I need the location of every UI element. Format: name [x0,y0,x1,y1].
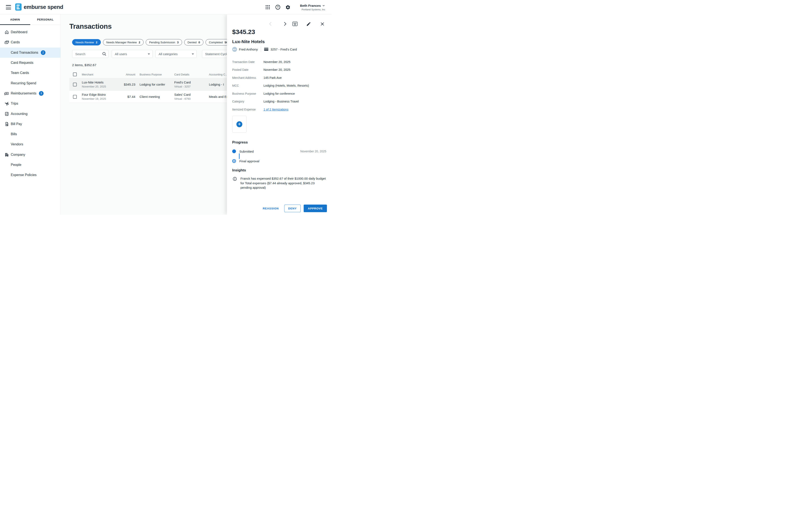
plus-icon [238,123,241,125]
page-title: Transactions [69,22,112,30]
filter-bar: All users All categories Statement Cycle [72,50,247,58]
sidebar-item-trips[interactable]: Trips [0,99,60,109]
chevron-down-icon [322,4,325,7]
close-icon [320,22,324,26]
card-transactions-badge: 2 [41,50,45,55]
sidebar-item-vendors[interactable]: Vendors [0,139,60,149]
select-all-checkbox[interactable] [73,73,77,76]
sidebar-item-team-cards[interactable]: Team Cards [0,68,60,78]
sidebar-item-bills[interactable]: Bills [0,129,60,139]
avatar: MA [232,47,237,52]
transaction-detail-panel: $345.23 Lux-Nite Hotels MA Fred Anthony … [227,14,332,215]
caret-down-icon [192,54,194,55]
calculator-icon: $ [4,111,9,117]
chevron-left-icon [268,21,273,26]
step-current-icon [232,159,236,163]
user-name: Beth Frances [300,4,321,7]
chip-denied[interactable]: Denied0 [184,39,203,45]
progress-connector [239,153,240,159]
sidebar-item-bill-pay[interactable]: $ Bill Pay [0,119,60,129]
approve-button[interactable]: APPROVE [304,205,327,212]
cardholder-name: Fred Anthony [239,47,258,51]
app-title: emburse spend [24,4,63,10]
sidebar-item-dashboard[interactable]: Dashboard [0,27,60,37]
chip-needs-review[interactable]: Needs Review2 [72,39,101,45]
progress-step-final-approval: Final approval [232,159,326,163]
progress-step-submitted: Submitted November 20, 2025 [232,149,326,153]
add-receipt-button[interactable] [236,121,242,127]
chevron-right-icon [282,21,288,26]
status-filter-chips: Needs Review2 Needs Manager Review2 Pend… [72,39,240,45]
pencil-icon [306,21,311,26]
svg-text:?: ? [277,6,279,9]
field-merchant-address: Merchant Address145 Park Ave [232,74,326,82]
col-business-purpose: Business Purpose [140,73,171,76]
app-logo: emburse spend [15,3,63,11]
settings-gear-icon[interactable] [285,4,292,11]
sidebar-item-people[interactable]: People [0,160,60,170]
panel-actions: REASSIGN DENY APPROVE [260,205,327,212]
field-itemized-expense: Itemized Expense1 of 2 Itemizations [232,105,326,114]
prev-transaction-button[interactable] [268,21,273,27]
tab-admin[interactable]: ADMIN [0,14,30,25]
transaction-meta: MA Fred Anthony 3257 - Fred's Card [232,46,297,52]
sidebar-item-accounting[interactable]: $ Accounting [0,109,60,119]
insight-text: Franck has expensed $352.67 of their $10… [241,176,326,190]
info-icon [233,177,237,181]
sidebar-item-cards[interactable]: Cards [0,37,60,47]
credit-card-icon [264,47,269,51]
hamburger-menu-icon[interactable] [6,5,11,9]
tab-personal[interactable]: PERSONAL [30,14,60,25]
chip-pending-submission[interactable]: Pending Submission3 [146,39,182,45]
money-icon [4,91,9,96]
sidebar-item-card-requests[interactable]: Card Requests [0,58,60,68]
reimbursements-badge: 3 [39,91,44,96]
meta-divider [261,46,261,52]
all-users-dropdown[interactable]: All users [112,50,153,58]
detail-fields: Transaction DateNovember 20, 2025 Posted… [232,58,326,114]
deny-button[interactable]: DENY [284,205,301,212]
field-posted-date: Posted DateNovember 20, 2025 [232,66,326,74]
col-merchant: Merchant [82,73,93,76]
sidebar-item-company[interactable]: Company [0,150,60,160]
row-checkbox[interactable] [73,82,77,87]
step-date: November 20, 2025 [300,150,326,153]
reassign-button[interactable]: REASSIGN [260,205,281,212]
sidebar-item-recurring-spend[interactable]: Recurring Spend [0,78,60,88]
col-accounting: Accounting C... [209,73,228,76]
bill-icon: $ [4,121,9,126]
close-panel-button[interactable] [320,21,325,27]
merchant-name: Lux-Nite Hotels [232,39,265,44]
svg-text:$: $ [7,114,8,115]
keyboard-icon [292,21,298,26]
insight-item: Franck has expensed $352.67 of their $10… [233,176,326,190]
keyboard-shortcuts-button[interactable] [292,21,298,27]
sidebar-item-card-transactions[interactable]: Card Transactions 2 [0,47,60,58]
building-icon [4,152,9,157]
itemizations-link[interactable]: 1 of 2 Itemizations [263,108,288,111]
all-categories-dropdown[interactable]: All categories [156,50,197,58]
field-category: CategoryLodging - Business Travel [232,97,326,106]
sidebar-item-expense-policies[interactable]: Expense Policies [0,170,60,180]
transaction-amount: $345.23 [232,28,255,35]
field-transaction-date: Transaction DateNovember 20, 2025 [232,58,326,66]
row-checkbox[interactable] [73,95,77,99]
app-grid-icon[interactable] [264,4,271,11]
home-icon [4,30,9,35]
edit-transaction-button[interactable] [306,21,311,27]
caret-down-icon [148,54,150,55]
field-business-purpose: Business PurposeLodging for conference [232,90,326,97]
cards-icon [4,40,9,45]
card-label: 3257 - Fred's Card [271,47,297,51]
col-amount: Amount [120,73,135,76]
next-transaction-button[interactable] [282,21,288,27]
user-menu[interactable]: Beth Frances Portland Systems, Inc [300,4,325,11]
chip-needs-manager-review[interactable]: Needs Manager Review2 [103,39,144,45]
help-icon[interactable]: ? [274,4,281,11]
step-done-icon [232,149,236,153]
plane-icon [4,101,9,106]
app-header: emburse spend ? Beth Frances Portland Sy… [0,0,332,14]
user-company: Portland Systems, Inc [302,8,325,11]
sidebar-item-reimbursements[interactable]: Reimbursements 3 [0,88,60,99]
col-card-details: Card Details [174,73,189,76]
